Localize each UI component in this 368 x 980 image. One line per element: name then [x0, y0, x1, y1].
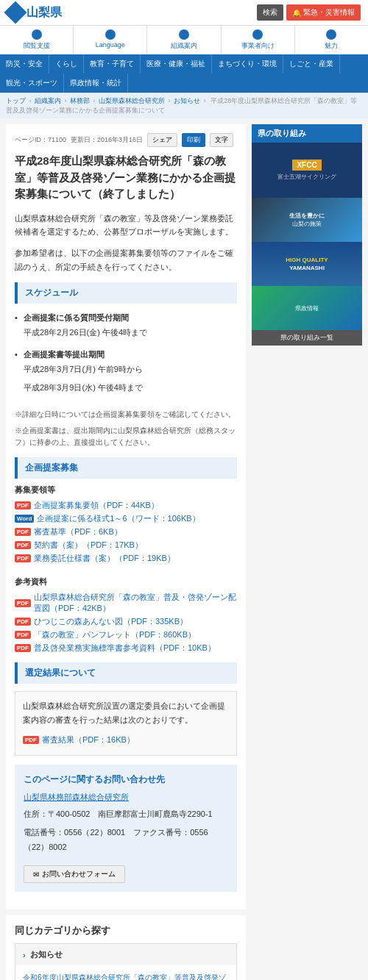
selection-body: 山梨県森林総合研究所設置の選定委員会において企画提案内容の審査を行った結果は次の…	[23, 699, 229, 726]
header-icon-miryoku[interactable]: 魅力	[295, 26, 368, 54]
nav-item-shigoto[interactable]: しごと・産業	[283, 54, 340, 74]
nav-item-kanko[interactable]: 観光・スポーツ	[0, 74, 64, 93]
boshu-file-4[interactable]: PDF 契約書（案）（PDF：17KB）	[15, 540, 237, 551]
header-icon-language[interactable]: Language	[74, 26, 147, 54]
chevron-right-icon: ›	[23, 951, 26, 959]
header-icon-business[interactable]: 事業者向け	[222, 26, 295, 54]
share-button[interactable]: シェア	[147, 133, 177, 147]
nav-item-bousai[interactable]: 防災・安全	[0, 54, 49, 74]
updated-label: 更新日：2016年3月16日	[71, 135, 143, 145]
oshirase-link-1[interactable]: 令和6年度山梨県森林総合研究所「森の教室」等普及及啓発ゾーン業務に係る企画提案の…	[23, 971, 229, 980]
schedule-item-2: 企画提案書等提出期間 平成28年3月7日(月) 午前9時から 平成28年3月9日…	[15, 346, 237, 401]
main-nav: 防災・安全 くらし 教育・子育て 医療・健康・福祉 まちづくり・環境 しごと・産…	[0, 54, 368, 93]
article-title: 平成28年度山梨県森林総合研究所「森の教室」等普及及啓発ゾーン業務にかかる企画提…	[15, 153, 237, 203]
contact-box: このページに関するお問い合わせ先 山梨県林務部森林総合研究所 住所：〒400-0…	[15, 765, 237, 892]
page-tools: ページID：71100 更新日：2016年3月16日 シェア 印刷 文字	[15, 133, 237, 147]
sanko-file-3[interactable]: PDF 「森の教室」パンフレット（PDF：860KB）	[15, 629, 237, 640]
oshirase-accordion-content: 令和6年度山梨県森林総合研究所「森の教室」等普及及啓発ゾーン業務に係る企画提案の…	[15, 965, 236, 980]
breadcrumb: トップ › 組織案内 › 林務部 › 山梨県森林総合研究所 › お知らせ › 平…	[0, 93, 368, 118]
sidebar-image-2: 生活を豊かに 山梨の施策	[252, 198, 362, 242]
nav-item-kensei[interactable]: 県政情報・統計	[64, 74, 128, 93]
sidebar-image-3: HIGH QUALITY YAMANASHI	[252, 242, 362, 286]
schedule-section-header: スケジュール	[15, 282, 237, 304]
sidebar-torikumi-title: 県の取り組み	[252, 124, 362, 143]
globe-icon	[105, 29, 116, 40]
schedule-list: 企画提案に係る質問受付期間 平成28年2月26日(金) 午後4時まで 企画提案書…	[15, 310, 237, 401]
sanko-file-1[interactable]: PDF 山梨県森林総合研究所「森の教室」普及・啓発ゾーン配置図（PDF：42KB…	[15, 592, 237, 614]
related-title: 同じカテゴリから探す	[15, 924, 237, 937]
header-icons: 閲覧支援 Language 組織案内 事業者向け 魅力	[0, 25, 368, 54]
main-layout: ページID：71100 更新日：2016年3月16日 シェア 印刷 文字 平成2…	[0, 118, 368, 980]
sidebar-view-all-button[interactable]: 県の取り組み一覧	[252, 330, 362, 346]
header-nav-right: 検索 🔔 緊急・災害情報	[257, 4, 361, 21]
content-area: ページID：71100 更新日：2016年3月16日 シェア 印刷 文字 平成2…	[6, 124, 246, 980]
proposal-section-header: 企画提案募集	[15, 457, 237, 479]
selection-file-1[interactable]: PDF 審査結果（PDF：16KB）	[23, 734, 229, 745]
nav-item-machizukuri[interactable]: まちづくり・環境	[212, 54, 283, 74]
star-icon	[326, 29, 336, 40]
page-id-label: ページID：71100	[15, 135, 66, 145]
contact-address: 住所：〒400-0502 南巨摩郡富士川町鹿島寺2290-1	[24, 807, 228, 822]
contact-form-button[interactable]: ✉ お問い合わせフォーム	[24, 865, 125, 883]
emergency-button[interactable]: 🔔 緊急・災害情報	[286, 4, 361, 21]
search-button[interactable]: 検索	[257, 4, 283, 21]
org-icon	[179, 29, 189, 40]
sanko-file-2[interactable]: PDF ひつじこの森あんない図（PDF：335KB）	[15, 616, 237, 627]
nav-item-education[interactable]: 教育・子育て	[84, 54, 141, 74]
nav-item-kurashi[interactable]: くらし	[49, 54, 84, 74]
breadcrumb-org[interactable]: 組織案内	[35, 97, 61, 104]
bell-icon: 🔔	[292, 9, 301, 17]
logo-area: 山梨県	[7, 4, 62, 21]
sidebar-image-1: XFCC 富士五湖サイクリング	[252, 143, 362, 198]
boshu-file-5[interactable]: PDF 業務委託仕様書（案）（PDF：19KB）	[15, 553, 237, 564]
note1: ※詳細な日時については企画提案募集要領をご確認してください。	[15, 409, 237, 421]
header-icon-eye[interactable]: 閲覧支援	[0, 26, 74, 54]
schedule-item-1: 企画提案に係る質問受付期間 平成28年2月26日(金) 午後4時まで	[15, 310, 237, 346]
article: ページID：71100 更新日：2016年3月16日 シェア 印刷 文字 平成2…	[6, 124, 246, 909]
sidebar-image-4: 県政情報	[252, 286, 362, 330]
boshu-file-1[interactable]: PDF 企画提案募集要領（PDF：44KB）	[15, 500, 237, 511]
boshu-file-2[interactable]: Word 企画提案に係る様式1～6（ワード：106KB）	[15, 513, 237, 524]
sanko-files: PDF 山梨県森林総合研究所「森の教室」普及・啓発ゾーン配置図（PDF：42KB…	[15, 592, 237, 654]
breadcrumb-shinrin[interactable]: 山梨県森林総合研究所	[99, 97, 165, 104]
selection-box: 山梨県森林総合研究所設置の選定委員会において企画提案内容の審査を行った結果は次の…	[15, 691, 237, 755]
sidebar: 県の取り組み XFCC 富士五湖サイクリング 生活を豊かに 山梨の施策 HIGH…	[252, 124, 362, 980]
logo-diamond-icon	[4, 1, 26, 24]
boshu-title: 募集要領等	[15, 484, 237, 496]
eye-icon	[32, 29, 42, 40]
header-top: 山梨県 検索 🔔 緊急・災害情報	[0, 0, 368, 25]
selection-section-header: 選定結果について	[15, 662, 237, 684]
business-icon	[252, 29, 263, 40]
nav-item-medical[interactable]: 医療・健康・福祉	[141, 54, 212, 74]
contact-title: このページに関するお問い合わせ先	[24, 773, 228, 786]
logo-text: 山梨県	[26, 5, 62, 21]
boshu-files: PDF 企画提案募集要領（PDF：44KB） Word 企画提案に係る様式1～6…	[15, 500, 237, 564]
header: 山梨県 検索 🔔 緊急・災害情報 閲覧支援 Language 組織案内 事業者向…	[0, 0, 368, 93]
article-intro2: 参加希望者は、以下の企画提案募集要領等のファイルをご確認のうえ、所定の手続きを行…	[15, 246, 237, 273]
sidebar-torikumi: 県の取り組み XFCC 富士五湖サイクリング 生活を豊かに 山梨の施策 HIGH…	[252, 124, 362, 346]
header-icon-org[interactable]: 組織案内	[147, 26, 221, 54]
envelope-icon: ✉	[33, 870, 39, 879]
breadcrumb-rinmu[interactable]: 林務部	[70, 97, 90, 104]
oshirase-accordion-header[interactable]: › お知らせ	[15, 944, 236, 965]
print-button[interactable]: 印刷	[182, 133, 205, 147]
sanko-file-4[interactable]: PDF 普及啓発業務実施標準書参考資料（PDF：10KB）	[15, 643, 237, 654]
article-intro: 山梨県森林総合研究所「森の教室」等及啓発ゾーン業務委託候補者を選定するため、公募…	[15, 212, 237, 239]
contact-org-link[interactable]: 山梨県林務部森林総合研究所	[24, 793, 129, 801]
sanko-title: 参考資料	[15, 576, 237, 587]
contact-tel: 電話番号：0556（22）8001 ファクス番号：0556（22）8002	[24, 826, 228, 855]
boshu-file-3[interactable]: PDF 審査基準（PDF：6KB）	[15, 526, 237, 537]
breadcrumb-top[interactable]: トップ	[6, 97, 26, 104]
breadcrumb-oshirase[interactable]: お知らせ	[174, 97, 200, 104]
oshirase-accordion: › お知らせ 令和6年度山梨県森林総合研究所「森の教室」等普及及啓発ゾーン業務に…	[15, 943, 237, 980]
note2: ※企画提案書は、提出期間内に山梨県森林総合研究所（総務スタッフ）に持参の上、直接…	[15, 425, 237, 448]
related-category-section: 同じカテゴリから探す › お知らせ 令和6年度山梨県森林総合研究所「森の教室」等…	[6, 915, 246, 980]
text-size-button[interactable]: 文字	[210, 133, 233, 147]
